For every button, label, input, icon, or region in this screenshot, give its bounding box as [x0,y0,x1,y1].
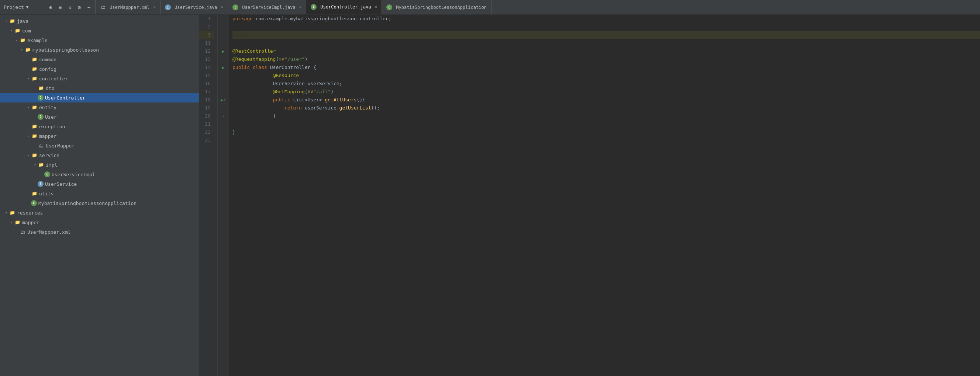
tree-label-exception: exception [39,124,65,129]
minus-icon[interactable]: − [85,3,93,11]
gutter-1 [218,15,229,23]
tab-label-usercontroller: UserController.java [320,5,371,10]
tree-item-resources[interactable]: ▾ 📁 resources [0,208,199,217]
keyword-import: import [232,31,250,39]
tree-arrow-common: ▸ [26,57,31,61]
project-tree[interactable]: ▾ 📁 java ▾ 📁 com ▾ 📁 example ▾ 📁 mybatis… [0,15,199,376]
tree-arrow-mybatis: ▾ [19,48,24,52]
paren-close-17: ) [331,88,334,96]
tab-label-usermapper: UserMappper.xml [110,5,150,10]
toolbar-icons: ⊕ ≡ ⇅ ⚙ − [44,0,95,14]
tree-item-mapper[interactable]: ▾ 📁 mapper [0,131,199,141]
call-userservice: userService. [305,104,339,112]
springboot-icon-app: C [31,200,37,206]
folder-icon-mybatis: 📁 [24,46,31,53]
line-num-16: 16 [199,79,214,88]
line-numbers: 1 2 3 11 12 13 14 15 16 17 18 19 20 21 2… [199,15,218,376]
gutter-12[interactable]: ▶ [218,47,229,55]
tree-item-example[interactable]: ▾ 📁 example [0,35,199,45]
tab-close-usermapper[interactable]: × [153,5,156,10]
tree-item-exception[interactable]: ▸ 📁 exception [0,122,199,131]
code-line-23 [232,136,980,144]
main-area: ▾ 📁 java ▾ 📁 com ▾ 📁 example ▾ 📁 mybatis… [0,15,980,376]
tree-item-usermapper[interactable]: ▸ 🗂 UserMapper [0,141,199,151]
annotation-restcontroller: @RestController [232,47,275,55]
class-icon-uc: C [38,95,43,101]
mapping-icon-17: ⊕ [308,88,311,96]
tree-item-entity[interactable]: ▾ 📁 entity [0,103,199,112]
tab-userserviceimpl-java[interactable]: C UserServiceImpl.java × [228,0,306,14]
line-num-23: 23 [199,136,214,144]
tab-close-userservice[interactable]: × [221,5,224,10]
code-line-16: UserService userService; [232,79,980,88]
tree-label-mybatis: mybatisspringbootlesson [32,47,99,53]
classname-usercontroller: UserController [270,63,311,71]
code-line-1: package com.example.mybatisspringbootles… [232,15,980,23]
tree-arrow-service: ▾ [26,153,31,157]
tab-label-userservice: UserService.java [175,5,217,10]
tree-item-utils[interactable]: ▸ 📁 utils [0,189,199,198]
tab-mybatisapp-java[interactable]: C MybatisSpringbootLessonApplication [382,0,492,14]
gutter-fold-18[interactable]: ▾ [224,98,226,102]
tab-usercontroller-java[interactable]: C UserController.java × [306,0,382,14]
tree-arrow-example: ▾ [14,38,19,42]
gutter-14[interactable]: ▶ [218,63,229,71]
settings-icon[interactable]: ⚙ [75,3,83,11]
code-line-21 [232,120,980,128]
gutter-20[interactable]: ▾ [218,112,229,120]
paren-open-13: ( [275,55,278,63]
code-lines[interactable]: package com.example.mybatisspringbootles… [229,15,980,376]
tree-item-service[interactable]: ▾ 📁 service [0,151,199,160]
code-line-14: public class UserController { [232,63,980,71]
code-line-20: } [232,112,980,120]
tree-item-dto[interactable]: ▸ 📁 dto [0,83,199,93]
code-line-17: @GetMapping(⊕∨"/all") [232,88,980,96]
expand-icon[interactable]: ⇅ [66,3,74,11]
class-icon-user: C [38,114,43,120]
tree-label-java: java [17,18,29,24]
project-panel-header[interactable]: Project ▼ [0,0,44,14]
code-line-3: import ... [232,31,980,39]
tree-item-userservice[interactable]: ▸ I UserService [0,179,199,189]
gutter-run-18[interactable]: ▶ [221,98,223,103]
tree-item-controller[interactable]: ▾ 📁 controller [0,74,199,83]
gutter-3 [218,31,229,39]
tree-item-config[interactable]: ▸ 📁 config [0,64,199,74]
tree-item-mybatis[interactable]: ▾ 📁 mybatisspringbootlesson [0,45,199,55]
method-getuserlist: getUserList [339,104,371,112]
paren-close-13: ) [305,55,308,63]
collapse-all-icon[interactable]: ≡ [56,3,64,11]
tree-arrow-java: ▾ [4,19,9,23]
tree-item-java[interactable]: ▾ 📁 java [0,16,199,26]
tab-userservice-java[interactable]: I UserService.java × [161,0,228,14]
type-list: List [293,96,304,104]
tab-close-userserviceimpl[interactable]: × [299,5,302,10]
tree-item-impl[interactable]: ▾ 📁 impl [0,160,199,170]
line-num-20: 20 [199,112,214,120]
folder-icon-com: 📁 [14,27,21,34]
tree-label-usercontroller: UserController [45,95,86,101]
tree-label-dto: dto [46,86,54,91]
folder-icon-mapper: 📁 [31,133,38,140]
line-num-15: 15 [199,71,214,79]
tree-item-userserviceimpl[interactable]: ▸ C UserServiceImpl [0,170,199,179]
tree-item-com[interactable]: ▾ 📁 com [0,26,199,35]
tree-item-user[interactable]: ▸ C User [0,112,199,122]
gutter-icons: ▶ ▶ ▶ ▾ ▾ [218,15,229,376]
target-icon[interactable]: ⊕ [46,3,55,11]
code-editor[interactable]: 1 2 3 11 12 13 14 15 16 17 18 19 20 21 2… [199,15,980,376]
tree-item-mapper-res[interactable]: ▾ 📁 mapper [0,217,199,227]
tree-item-common[interactable]: ▸ 📁 common [0,55,199,64]
gutter-19 [218,104,229,112]
tab-close-usercontroller[interactable]: × [375,5,377,9]
line-num-14: 14 [199,63,214,71]
folder-icon-example: 📁 [19,37,26,43]
project-dropdown-arrow[interactable]: ▼ [26,5,29,10]
tab-usermapper-xml[interactable]: 🗂 UserMappper.xml × [95,0,161,14]
tree-item-usermapper-xml[interactable]: ▸ 🗂 UserMappper.xml [0,227,199,236]
tree-item-usercontroller[interactable]: ▸ C UserController [0,93,199,103]
tree-item-mybatisapp[interactable]: ▸ C MybatisSpringbootLessonApplication [0,198,199,208]
field-userservice: userService; [308,79,342,88]
folder-icon-resources: 📁 [9,209,16,216]
tree-label-userserviceimpl: UserServiceImpl [52,172,95,177]
